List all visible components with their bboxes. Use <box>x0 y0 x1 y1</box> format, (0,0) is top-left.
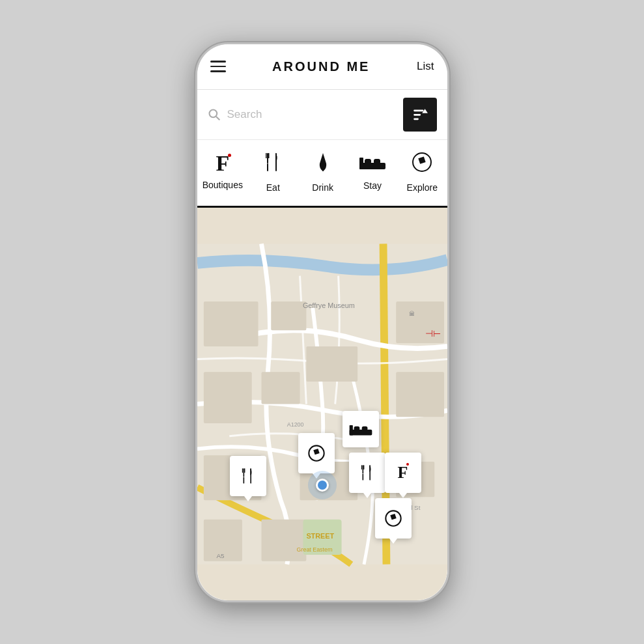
svg-rect-22 <box>261 372 300 404</box>
list-button[interactable]: List <box>417 60 434 73</box>
svg-text:STREET: STREET <box>306 532 334 540</box>
svg-rect-30 <box>261 519 306 561</box>
svg-text:⊣⊢: ⊣⊢ <box>425 329 440 339</box>
svg-text:A1200: A1200 <box>287 421 303 427</box>
map-background: Geffrye Museum 🏛 Pitfield St Pitfield St… <box>197 208 447 600</box>
svg-rect-25 <box>396 372 444 417</box>
svg-rect-45 <box>243 477 244 483</box>
svg-rect-52 <box>361 426 367 430</box>
eat-label: Eat <box>266 182 280 193</box>
svg-rect-14 <box>365 159 371 164</box>
svg-marker-59 <box>388 512 397 521</box>
category-eat[interactable]: Eat <box>253 150 292 193</box>
search-bar: Search <box>197 90 447 140</box>
top-nav-bar: AROUND ME List <box>197 44 447 90</box>
map-marker-explore-1[interactable] <box>298 433 335 473</box>
svg-rect-21 <box>203 372 251 423</box>
category-stay[interactable]: Stay <box>353 152 392 191</box>
eat-marker-icon <box>238 466 258 486</box>
svg-rect-8 <box>268 153 270 158</box>
map-marker-stay[interactable] <box>343 411 379 447</box>
explore-icon <box>410 150 434 177</box>
map-marker-eat-1[interactable] <box>230 456 266 496</box>
category-explore[interactable]: Explore <box>402 150 441 193</box>
filter-sort-icon <box>412 106 428 123</box>
svg-line-1 <box>216 116 219 119</box>
map-marker-explore-2[interactable] <box>375 498 412 539</box>
search-placeholder: Search <box>227 108 262 121</box>
svg-rect-49 <box>349 429 372 435</box>
boutique-f-icon: F <box>216 152 229 175</box>
svg-text:Great Eastern: Great Eastern <box>296 546 332 552</box>
svg-rect-50 <box>349 425 352 435</box>
svg-text:A5: A5 <box>216 552 225 559</box>
svg-rect-13 <box>359 158 363 169</box>
category-boutiques[interactable]: F Boutiques <box>203 152 243 190</box>
location-dot <box>316 479 329 492</box>
map-marker-boutique[interactable]: F <box>385 453 421 493</box>
svg-rect-43 <box>242 468 242 473</box>
svg-rect-54 <box>361 465 361 469</box>
eat-icon <box>261 150 285 177</box>
drink-label: Drink <box>312 182 333 193</box>
phone-frame: AROUND ME List Search <box>195 42 449 602</box>
map-area[interactable]: Geffrye Museum 🏛 Pitfield St Pitfield St… <box>197 208 447 600</box>
svg-rect-23 <box>306 346 357 381</box>
svg-rect-56 <box>362 473 363 480</box>
svg-rect-9 <box>267 163 268 171</box>
explore-label: Explore <box>407 182 438 193</box>
boutique-marker-f-icon: F <box>398 463 408 483</box>
svg-rect-42 <box>243 468 244 477</box>
explore-marker-2-icon <box>384 509 403 528</box>
svg-rect-44 <box>244 468 245 473</box>
svg-text:Geffrye Museum: Geffrye Museum <box>302 301 354 309</box>
svg-rect-11 <box>322 169 324 171</box>
map-marker-eat-2[interactable] <box>349 453 385 493</box>
svg-rect-2 <box>413 109 423 111</box>
svg-rect-15 <box>374 159 380 164</box>
svg-rect-3 <box>413 113 421 115</box>
stay-label: Stay <box>363 180 382 191</box>
svg-point-0 <box>209 109 217 117</box>
svg-marker-17 <box>417 154 428 165</box>
drink-icon <box>311 150 335 177</box>
phone-screen: AROUND ME List Search <box>197 44 447 600</box>
svg-rect-4 <box>413 118 419 120</box>
eat-marker-2-icon <box>357 462 377 483</box>
category-bar: F Boutiques Eat <box>197 140 447 208</box>
svg-text:🏛: 🏛 <box>408 310 414 316</box>
filter-sort-button[interactable] <box>403 98 437 132</box>
svg-marker-48 <box>311 447 320 456</box>
current-location-marker <box>308 471 337 499</box>
explore-marker-icon <box>307 443 326 463</box>
svg-rect-20 <box>271 301 306 329</box>
boutiques-label: Boutiques <box>203 180 243 190</box>
location-pulse <box>308 471 337 499</box>
stay-icon <box>358 152 387 175</box>
search-icon <box>208 108 221 121</box>
search-input-area[interactable]: Search <box>208 108 397 121</box>
svg-rect-51 <box>354 426 359 430</box>
svg-rect-55 <box>363 465 364 469</box>
category-drink[interactable]: Drink <box>303 150 343 193</box>
app-title: AROUND ME <box>272 59 370 74</box>
menu-button[interactable] <box>210 61 226 72</box>
svg-rect-19 <box>203 301 258 346</box>
svg-rect-6 <box>267 153 268 163</box>
svg-rect-53 <box>362 465 363 473</box>
svg-rect-7 <box>266 153 267 158</box>
stay-marker-icon <box>348 421 374 438</box>
